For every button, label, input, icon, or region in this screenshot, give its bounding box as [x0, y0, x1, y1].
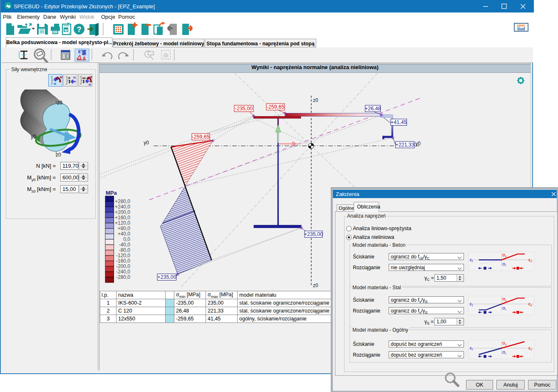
svg-text:N: N — [89, 83, 91, 87]
svg-text:6: 6 — [83, 56, 86, 61]
svg-text:W: W — [64, 28, 68, 32]
svg-text:+235,00: +235,00 — [157, 274, 176, 280]
svg-text:-160,0: -160,0 — [116, 258, 130, 264]
svg-text:y0: y0 — [144, 140, 149, 146]
svg-text:-80,0: -80,0 — [119, 247, 131, 253]
svg-text:z0: z0 — [313, 283, 318, 288]
svg-text:+40,0: +40,0 — [118, 231, 131, 237]
svg-text:MPa: MPa — [106, 190, 117, 196]
svg-text:M: M — [89, 75, 92, 79]
svg-text:+41,45: +41,45 — [391, 119, 407, 125]
svg-text:+160,0: +160,0 — [115, 215, 130, 221]
svg-text:-259,65: -259,65 — [192, 134, 209, 140]
svg-text:-240,0: -240,0 — [116, 269, 130, 275]
svg-text:+235,00: +235,00 — [304, 231, 323, 237]
svg-text:z0: z0 — [56, 152, 61, 158]
svg-text:+120,0: +120,0 — [115, 220, 130, 226]
svg-text:-200,0: -200,0 — [116, 263, 130, 269]
svg-text:N: N — [73, 76, 76, 79]
svg-text:-120,0: -120,0 — [116, 253, 130, 258]
svg-text:0,0: 0,0 — [123, 236, 130, 242]
svg-text:bud: bud — [517, 27, 525, 31]
svg-text:+80,0: +80,0 — [118, 226, 131, 231]
svg-text:ω: ω — [82, 76, 86, 80]
svg-text:M: M — [60, 75, 63, 79]
svg-text:e: e — [68, 76, 70, 80]
svg-text:-40,0: -40,0 — [119, 242, 131, 248]
svg-text:z0: z0 — [313, 97, 318, 103]
svg-text:+240,0: +240,0 — [115, 204, 130, 210]
svg-text:y0: y0 — [31, 134, 36, 139]
svg-text:?: ? — [77, 25, 82, 34]
svg-text:-259,65: -259,65 — [267, 104, 284, 110]
svg-text:+200,0: +200,0 — [115, 209, 130, 215]
svg-text:-280,0: -280,0 — [116, 274, 130, 280]
svg-text:N: N — [54, 82, 56, 86]
svg-text:z0: z0 — [57, 100, 62, 106]
svg-text:+221,33: +221,33 — [395, 142, 414, 148]
svg-text:y0: y0 — [415, 141, 421, 146]
svg-text:+26,48: +26,48 — [365, 106, 381, 112]
svg-text:6: 6 — [78, 50, 81, 54]
svg-text:-235,00: -235,00 — [235, 106, 253, 112]
svg-text:+280,0: +280,0 — [115, 198, 130, 204]
